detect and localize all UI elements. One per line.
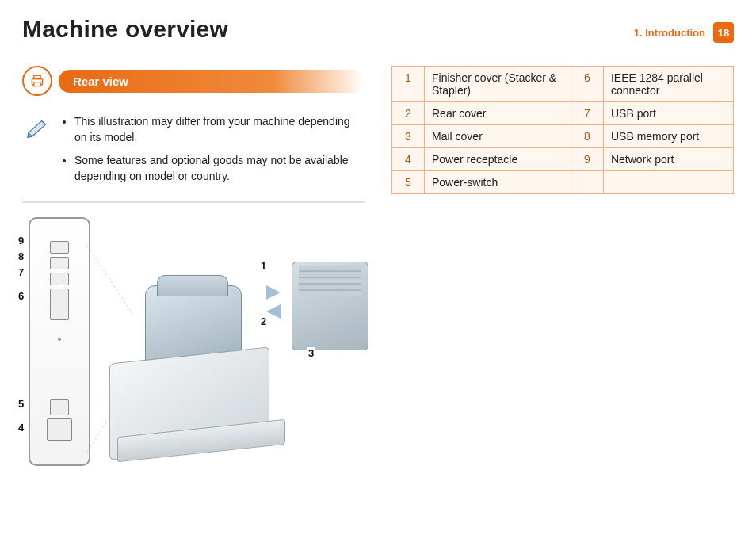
part-name-empty: [603, 171, 733, 194]
page-header: Machine overview 1. Introduction 18: [22, 16, 734, 48]
power-receptacle-shape: [47, 418, 72, 441]
part-number: 6: [571, 67, 603, 102]
part-number: 1: [392, 67, 425, 102]
part-number: 3: [392, 125, 425, 148]
rear-view-diagram: 9 8 7 6 5 4 1 2 3: [22, 214, 365, 476]
part-name: USB memory port: [603, 125, 733, 148]
svg-rect-2: [34, 82, 40, 86]
chapter-label: 1. Introduction: [634, 27, 705, 39]
note-item: Some features and optional goods may not…: [74, 152, 361, 185]
content-columns: Rear view This illustration may differ f…: [22, 66, 734, 476]
part-number: 7: [571, 102, 603, 125]
note-box: This illustration may differ from your m…: [22, 109, 365, 203]
section-title: Rear view: [59, 70, 365, 93]
section-heading: Rear view: [22, 66, 365, 96]
power-switch-shape: [50, 399, 69, 415]
usb-memory-port-shape: [50, 257, 69, 269]
part-number: 2: [392, 102, 425, 125]
table-row: 2 Rear cover 7 USB port: [392, 102, 734, 125]
part-name: Power receptacle: [425, 148, 571, 171]
part-name: Finisher cover (Stacker & Stapler): [425, 67, 571, 102]
part-number: 4: [392, 148, 425, 171]
part-number: 9: [571, 148, 603, 171]
table-row: 3 Mail cover 8 USB memory port: [392, 125, 734, 148]
left-column: Rear view This illustration may differ f…: [22, 66, 365, 476]
part-name: IEEE 1284 parallel connector: [603, 67, 733, 102]
part-number: 8: [571, 125, 603, 148]
note-item: This illustration may differ from your m…: [74, 113, 361, 146]
printer-illustration: [109, 277, 268, 452]
svg-rect-1: [34, 75, 40, 78]
callout-8: 8: [17, 250, 25, 262]
parts-table: 1 Finisher cover (Stacker & Stapler) 6 I…: [391, 66, 734, 194]
table-row: 5 Power-switch: [392, 171, 734, 194]
callout-4: 4: [17, 422, 25, 434]
callout-7: 7: [17, 266, 25, 278]
callout-6: 6: [17, 290, 25, 302]
right-column: 1 Finisher cover (Stacker & Stapler) 6 I…: [391, 66, 734, 476]
note-list: This illustration may differ from your m…: [60, 113, 361, 190]
parallel-connector-shape: [50, 289, 69, 320]
port-panel: [29, 217, 90, 466]
network-port-shape: [50, 241, 69, 254]
printer-icon: [22, 66, 52, 96]
page-number: 18: [713, 22, 734, 43]
callout-5: 5: [17, 398, 25, 410]
callout-9: 9: [17, 235, 25, 246]
detach-arrow-icon: [266, 285, 281, 319]
page: Machine overview 1. Introduction 18 Rear…: [0, 0, 756, 535]
table-row: 4 Power receptacle 9 Network port: [392, 148, 734, 171]
part-name: Mail cover: [425, 125, 571, 148]
part-number: 5: [392, 171, 425, 194]
usb-port-shape: [50, 273, 69, 285]
note-icon: [25, 113, 52, 190]
part-name: Network port: [603, 148, 733, 171]
callout-1: 1: [260, 260, 267, 272]
part-name: USB port: [603, 102, 733, 125]
callout-3: 3: [307, 347, 315, 359]
part-number-empty: [571, 171, 603, 194]
table-row: 1 Finisher cover (Stacker & Stapler) 6 I…: [392, 67, 734, 102]
page-title: Machine overview: [22, 16, 228, 43]
part-name: Rear cover: [425, 102, 571, 125]
breadcrumb: 1. Introduction 18: [634, 22, 734, 43]
mail-cover-shape: [292, 262, 368, 350]
part-name: Power-switch: [425, 171, 571, 194]
panel-screw-icon: [58, 338, 61, 341]
